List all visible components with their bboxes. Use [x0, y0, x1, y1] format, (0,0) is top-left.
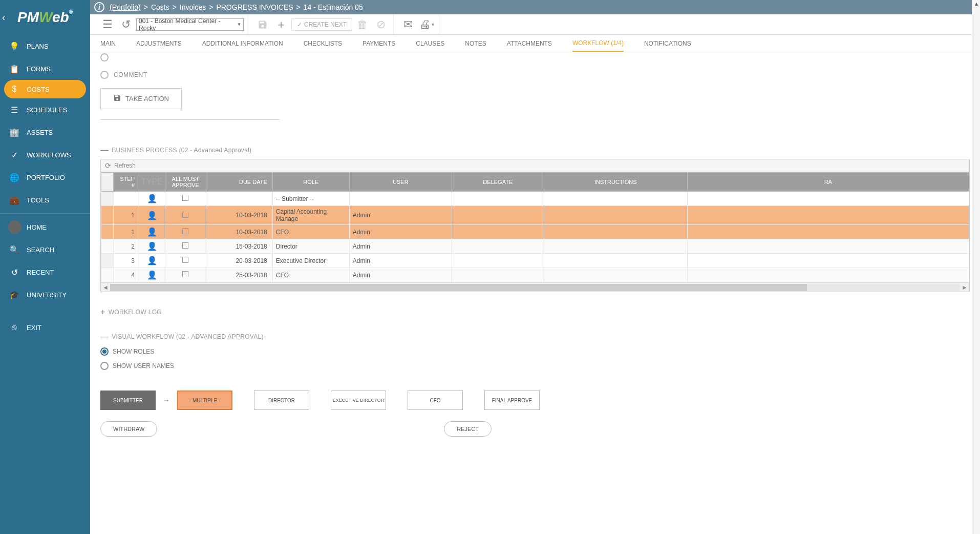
withdraw-button[interactable]: WITHDRAW	[100, 421, 157, 437]
breadcrumb: i (Portfolio) > Costs > Invoices > PROGR…	[90, 0, 980, 14]
sidebar-item-forms[interactable]: 📋 FORMS	[0, 57, 90, 80]
radio-show-users[interactable]	[100, 362, 109, 370]
radio-show-roles[interactable]	[100, 347, 109, 356]
delete-icon[interactable]: 🗑	[354, 16, 371, 33]
radio-comment[interactable]	[100, 71, 109, 79]
tab-workflow-1-4-[interactable]: WORKFLOW (1/4)	[572, 35, 624, 52]
table-row[interactable]: 1👤10-03-2018Capital Accounting ManageAdm…	[101, 206, 969, 225]
info-icon[interactable]: i	[94, 2, 104, 12]
col-user[interactable]: USER	[349, 173, 452, 192]
project-select[interactable]: 001 - Boston Medical Center - Rockv	[136, 18, 244, 31]
collapse-icon[interactable]: —	[100, 332, 109, 341]
col-step[interactable]: STEP #	[114, 173, 139, 192]
print-icon[interactable]: 🖨▾	[418, 16, 435, 33]
refresh-icon[interactable]: ⟳	[105, 161, 111, 170]
row-handle[interactable]	[101, 254, 114, 268]
row-handle[interactable]	[101, 192, 114, 206]
block-icon[interactable]: ⊘	[373, 16, 389, 33]
radio-option-1[interactable]	[100, 53, 109, 61]
reject-button[interactable]: REJECT	[444, 421, 492, 437]
row-handle[interactable]	[101, 239, 114, 254]
flow-submitter[interactable]: SUBMITTER	[100, 391, 156, 410]
refresh-label[interactable]: Refresh	[114, 162, 136, 169]
checkbox[interactable]	[182, 271, 188, 277]
cell-delegate	[452, 225, 544, 239]
tab-adjustments[interactable]: ADJUSTMENTS	[136, 36, 182, 51]
flow-exec-director[interactable]: EXECUTIVE DIRECTOR	[331, 391, 386, 410]
horizontal-scrollbar[interactable]: ◄ ►	[101, 282, 969, 292]
cell-approve[interactable]	[165, 192, 206, 206]
cell-approve[interactable]	[165, 268, 206, 282]
sidebar-item-schedules[interactable]: ☰ SCHEDULES	[0, 98, 90, 121]
col-approve[interactable]: ALL MUST APPROVE	[165, 173, 206, 192]
add-icon[interactable]: ＋	[273, 16, 289, 33]
cell-role: Capital Accounting Manage	[272, 206, 349, 225]
col-type[interactable]: TYPE	[139, 173, 165, 192]
sidebar-item-assets[interactable]: 🏢 ASSETS	[0, 121, 90, 143]
scroll-thumb[interactable]	[110, 284, 807, 291]
breadcrumb-costs[interactable]: Costs	[151, 3, 169, 11]
scroll-left-icon[interactable]: ◄	[101, 284, 110, 291]
row-handle[interactable]	[101, 268, 114, 282]
list-icon[interactable]: ☰	[99, 16, 116, 33]
sidebar-item-exit[interactable]: ⎋ EXIT	[0, 316, 90, 339]
flow-cfo[interactable]: CFO	[408, 391, 463, 410]
scroll-up-icon[interactable]: ▴	[972, 0, 980, 8]
cell-approve[interactable]	[165, 225, 206, 239]
row-handle[interactable]	[101, 206, 114, 225]
tab-main[interactable]: MAIN	[100, 36, 116, 51]
table-row[interactable]: 2👤15-03-2018DirectorAdmin	[101, 239, 969, 254]
col-instructions[interactable]: INSTRUCTIONS	[544, 173, 687, 192]
take-action-button[interactable]: TAKE ACTION	[100, 88, 182, 109]
col-due[interactable]: DUE DATE	[206, 173, 272, 192]
sidebar-item-workflows[interactable]: ✓ WORKFLOWS	[0, 143, 90, 166]
checkbox[interactable]	[182, 212, 188, 218]
flow-final[interactable]: FINAL APPROVE	[484, 391, 540, 410]
cell-approve[interactable]	[165, 239, 206, 254]
col-delegate[interactable]: DELEGATE	[452, 173, 544, 192]
sidebar-item-portfolio[interactable]: 🌐 PORTFOLIO	[0, 166, 90, 189]
table-row[interactable]: 3👤20-03-2018Executive DirectorAdmin	[101, 254, 969, 268]
tab-additional-information[interactable]: ADDITIONAL INFORMATION	[202, 36, 283, 51]
scroll-right-icon[interactable]: ►	[960, 284, 969, 291]
checkbox[interactable]	[182, 228, 188, 234]
sidebar-item-home[interactable]: HOME	[0, 216, 90, 238]
tab-clauses[interactable]: CLAUSES	[416, 36, 444, 51]
breadcrumb-invoices[interactable]: Invoices	[180, 3, 206, 11]
tab-checklists[interactable]: CHECKLISTS	[304, 36, 342, 51]
tab-attachments[interactable]: ATTACHMENTS	[507, 36, 552, 51]
sidebar-item-search[interactable]: 🔍 SEARCH	[0, 238, 90, 261]
sidebar-item-university[interactable]: 🎓 UNIVERSITY	[0, 283, 90, 306]
tab-payments[interactable]: PAYMENTS	[363, 36, 395, 51]
collapse-sidebar-chevron[interactable]: ‹	[2, 12, 5, 23]
checkbox[interactable]	[182, 242, 188, 249]
flow-director[interactable]: DIRECTOR	[254, 391, 309, 410]
flow-multiple[interactable]: - MULTIPLE -	[177, 391, 232, 410]
row-handle[interactable]	[101, 225, 114, 239]
vertical-scrollbar[interactable]: ▴	[972, 0, 980, 534]
col-role[interactable]: ROLE	[272, 173, 349, 192]
table-row[interactable]: 1👤10-03-2018CFOAdmin	[101, 225, 969, 239]
cell-approve[interactable]	[165, 254, 206, 268]
cell-approve[interactable]	[165, 206, 206, 225]
sidebar-item-recent[interactable]: ↺ RECENT	[0, 261, 90, 283]
create-next-button[interactable]: ✓ CREATE NEXT	[291, 18, 352, 31]
cell-ra	[687, 192, 969, 206]
tab-notifications[interactable]: NOTIFICATIONS	[644, 36, 691, 51]
table-row[interactable]: 4👤25-03-2018CFOAdmin	[101, 268, 969, 282]
checkbox[interactable]	[182, 195, 188, 201]
col-ra[interactable]: RA	[687, 173, 969, 192]
sidebar-item-tools[interactable]: 💼 TOOLS	[0, 189, 90, 211]
save-icon[interactable]	[254, 16, 271, 33]
breadcrumb-portfolio[interactable]: (Portfolio)	[110, 3, 141, 11]
breadcrumb-progress[interactable]: PROGRESS INVOICES	[216, 3, 293, 11]
checkbox[interactable]	[182, 257, 188, 263]
sidebar-item-costs[interactable]: $ COSTS	[4, 80, 86, 98]
expand-icon[interactable]: +	[100, 307, 105, 317]
table-row[interactable]: 👤-- Submitter --	[101, 192, 969, 206]
sidebar-item-plans[interactable]: 💡 PLANS	[0, 35, 90, 57]
tab-notes[interactable]: NOTES	[465, 36, 486, 51]
history-icon[interactable]: ↺	[118, 16, 134, 33]
mail-icon[interactable]: ✉	[400, 16, 416, 33]
collapse-icon[interactable]: —	[100, 146, 109, 155]
